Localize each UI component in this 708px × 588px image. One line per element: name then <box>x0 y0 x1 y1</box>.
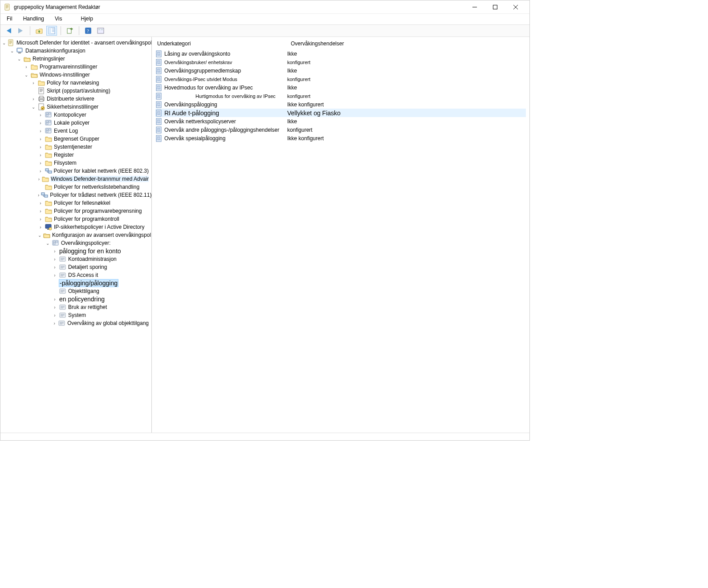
tree-computer-config[interactable]: ⌄Datamaskinkonfigurasjon <box>2 47 151 55</box>
col-subcategory[interactable]: Underkategori <box>155 40 289 48</box>
tree-ipsec-ad[interactable]: ›IP-sikkerhetspolicyer i Active Director… <box>2 223 151 231</box>
tree-account-policies[interactable]: ›Kontopolicyer <box>2 111 151 119</box>
tree-expand-icon[interactable]: ⌄ <box>9 49 15 53</box>
tree-registry[interactable]: ›Register <box>2 151 151 159</box>
tree-expand-icon[interactable]: › <box>38 153 43 158</box>
tree-windows-settings[interactable]: ⌄Windows-innstillinger <box>2 71 151 79</box>
tree-expand-icon[interactable]: › <box>38 121 43 126</box>
up-level-button[interactable] <box>34 26 45 36</box>
detail-row[interactable]: RI Aude t-påloggingVellykket og Fiasko <box>155 109 526 117</box>
menu-file[interactable]: Fil <box>5 15 14 23</box>
detail-row[interactable]: Låsing av overvåkingskontoIkke <box>155 49 526 58</box>
maximize-button[interactable] <box>485 0 505 14</box>
tree-restricted-groups[interactable]: ›Begrenset Grupper <box>2 135 151 143</box>
tree-expand-icon[interactable]: ⌄ <box>24 73 29 77</box>
tree-detailed-tracking[interactable]: ›Detaljert sporing <box>2 263 151 271</box>
tree-software-settings[interactable]: ›Programvareinnstillinger <box>2 63 151 71</box>
col-audit-events[interactable]: Overvåkingshendelser <box>289 40 526 48</box>
detail-hscroll[interactable] <box>152 433 529 440</box>
tree-expand-icon[interactable]: › <box>38 129 43 134</box>
export-button[interactable] <box>65 26 75 36</box>
detail-row[interactable]: Hovedmodus for overvåking av IPsecIkke <box>155 83 526 92</box>
tree-expand-icon[interactable]: › <box>38 161 43 166</box>
tree-expand-icon[interactable]: › <box>52 265 57 270</box>
tree-scripts[interactable]: Skript (oppstart/avslutning) <box>2 87 151 95</box>
tree-wired[interactable]: ›Policyer for kablet nettverk (IEEE 802.… <box>2 167 151 175</box>
tree-expand-icon[interactable]: › <box>38 225 43 230</box>
tree-privilege-use[interactable]: ›Bruk av rettighet <box>2 303 151 311</box>
tree-expand-icon[interactable]: › <box>52 249 57 254</box>
detail-row[interactable]: Overvåk nettverkspolicyserverIkke <box>155 117 526 126</box>
tree-expand-icon[interactable]: › <box>38 137 43 142</box>
show-tree-button[interactable] <box>46 26 57 36</box>
tree-expand-icon[interactable]: › <box>38 201 43 206</box>
tree-expand-icon[interactable]: ⌄ <box>45 241 50 246</box>
tree-printers[interactable]: ›Distribuerte skrivere <box>2 95 151 103</box>
tree-expand-icon[interactable]: › <box>31 97 36 101</box>
tree-expand-icon[interactable]: › <box>38 193 39 198</box>
tree-security-settings[interactable]: ⌄Sikkerhetsinnstillinger <box>2 103 151 111</box>
tree-label: Overvåkingspolicyer: <box>61 240 110 246</box>
tree-root[interactable]: ⌄Microsoft Defender for identitet - avan… <box>2 39 151 47</box>
tree-policies[interactable]: ⌄Retningslinjer <box>2 55 151 63</box>
menu-action[interactable]: Handling <box>21 15 46 23</box>
tree-expand-icon[interactable]: ⌄ <box>2 41 6 45</box>
tree-expand-icon[interactable]: › <box>38 217 43 222</box>
tree-hscroll[interactable] <box>0 433 152 440</box>
tree-event-log[interactable]: ›Event Log <box>2 127 151 135</box>
tree-name-resolution[interactable]: ›Policy for navneløsing <box>2 79 151 87</box>
nav-forward-button[interactable] <box>16 26 26 36</box>
tree-local-policies[interactable]: ›Lokale policyer <box>2 119 151 127</box>
tree-object-access[interactable]: Objekttilgang <box>2 287 151 295</box>
tree-expand-icon[interactable]: › <box>38 145 43 150</box>
detail-row[interactable]: Overvåkings-IPsec utvidet Moduskonfigure… <box>155 75 526 83</box>
tree-system-services[interactable]: ›Systemtjenester <box>2 143 151 151</box>
detail-row[interactable]: Overvåk spesialpåloggingIkke konfigurert <box>155 134 526 142</box>
help-button[interactable] <box>83 26 94 36</box>
minimize-button[interactable] <box>464 0 485 14</box>
tree-ds-access[interactable]: ›DS Access it <box>2 271 151 279</box>
tree-global-object[interactable]: ›Overvåking av global objekttilgang <box>2 319 151 327</box>
tree-expand-icon[interactable]: › <box>38 169 43 174</box>
menu-help[interactable]: Hjelp <box>79 15 95 23</box>
tree-firewall[interactable]: ›Windows Defender-brannmur med Advair <box>2 175 151 183</box>
tree-audit-policies[interactable]: ⌄Overvåkingspolicyer: <box>2 239 151 247</box>
detail-row[interactable]: OvervåkingsgruppemedlemskapIkke <box>155 66 526 75</box>
tree-expand-icon[interactable]: › <box>38 209 43 214</box>
tree-system[interactable]: ›System <box>2 311 151 319</box>
nav-back-button[interactable] <box>3 26 14 36</box>
tree-wireless[interactable]: ›Policyer for trådløst nettverk (IEEE 80… <box>2 191 151 199</box>
tree-account-management[interactable]: ›Kontoadministrasjon <box>2 255 151 263</box>
tree-policy-change[interactable]: ›en policyendring <box>2 295 151 303</box>
tree-app-control[interactable]: ›Policyer for programkontroll <box>2 215 151 223</box>
detail-row[interactable]: Overvåkingsbruker/ enhetskravkonfigurert <box>155 58 526 66</box>
tree-adv-audit[interactable]: ⌄Konfigurasjon av avansert overvåkingspo… <box>2 231 151 239</box>
tree-expand-icon[interactable]: › <box>38 177 40 182</box>
tree-expand-icon[interactable]: › <box>52 321 57 326</box>
tree-account-logon[interactable]: ›pålogging for en konto <box>2 247 151 255</box>
detail-row[interactable]: Overvåk andre påloggings-/påloggingshend… <box>155 126 526 134</box>
tree-expand-icon[interactable]: ⌄ <box>16 57 22 61</box>
tree-expand-icon[interactable]: ⌄ <box>38 233 41 238</box>
close-button[interactable] <box>505 0 526 14</box>
tree-logon-logoff[interactable]: -pålogging/pålogging <box>2 279 151 287</box>
tree-file-system[interactable]: ›Filsystem <box>2 159 151 167</box>
detail-pane[interactable]: Underkategori Overvåkingshendelser Låsin… <box>152 37 529 433</box>
tree-expand-icon[interactable]: › <box>31 81 36 85</box>
detail-row[interactable]: OvervåkingspåloggingIkke konfigurert <box>155 100 526 109</box>
menu-view[interactable]: Vis <box>53 15 64 23</box>
tree-expand-icon[interactable]: › <box>52 305 57 310</box>
tree-expand-icon[interactable]: › <box>38 113 43 118</box>
tree-expand-icon[interactable]: › <box>52 297 57 302</box>
tree-expand-icon[interactable]: ⌄ <box>31 105 36 109</box>
tree-network-list[interactable]: Policyer for nettverkslistebehandling <box>2 183 151 191</box>
properties-button[interactable] <box>95 26 106 36</box>
detail-row[interactable]: Hurtigmodus for overvåking av IPseckonfi… <box>155 92 526 100</box>
tree-public-key[interactable]: ›Policyer for fellesnøkkel <box>2 199 151 207</box>
tree-expand-icon[interactable]: › <box>52 257 57 262</box>
tree-expand-icon[interactable]: › <box>24 65 29 69</box>
tree-pane[interactable]: ⌄Microsoft Defender for identitet - avan… <box>0 37 152 433</box>
tree-expand-icon[interactable]: › <box>52 313 57 318</box>
tree-sw-restriction[interactable]: ›Policyer for programvarebegrensning <box>2 207 151 215</box>
tree-expand-icon[interactable]: › <box>52 273 57 278</box>
